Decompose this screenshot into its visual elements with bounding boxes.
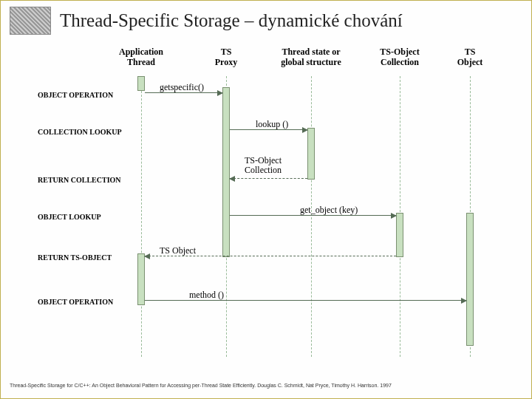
activation-bar (137, 76, 145, 91)
participant-thread-state: Thread state orglobal structure (270, 47, 352, 68)
sequence-diagram: ApplicationThread TSProxy Thread state o… (45, 47, 503, 357)
slide-header: Thread-Specific Storage – dynamické chov… (1, 1, 531, 41)
return-arrow (230, 178, 307, 179)
activation-bar (396, 213, 403, 257)
message-label: getspecific() (160, 82, 204, 93)
event-label: COLLECTION LOOKUP (38, 128, 156, 136)
event-label: OBJECT LOOKUP (38, 213, 156, 221)
activation-bar (307, 128, 315, 180)
activation-bar (222, 87, 230, 257)
participant-ts-collection: TS-ObjectCollection (366, 47, 433, 68)
message-label: lookup () (256, 119, 288, 130)
participant-app-thread: ApplicationThread (108, 47, 174, 68)
message-label: TS-ObjectCollection (245, 156, 282, 175)
message-label: get_object (key) (300, 205, 358, 216)
event-label: OBJECT OPERATION (38, 298, 156, 306)
participant-ts-object: TSObject (437, 47, 503, 68)
message-label: method () (189, 290, 224, 301)
event-label: RETURN TS-OBJECT (38, 253, 156, 262)
activation-bar (466, 213, 474, 346)
message-label: TS Object (160, 245, 196, 256)
event-label: RETURN COLLECTION (38, 176, 156, 184)
event-label: OBJECT OPERATION (38, 91, 156, 99)
logo-image (10, 7, 51, 35)
lifeline (311, 76, 312, 357)
participant-ts-proxy: TSProxy (193, 47, 259, 68)
slide-title: Thread-Specific Storage – dynamické chov… (60, 10, 403, 31)
footer-citation: Thread-Specific Storage for C/C++: An Ob… (10, 383, 392, 388)
